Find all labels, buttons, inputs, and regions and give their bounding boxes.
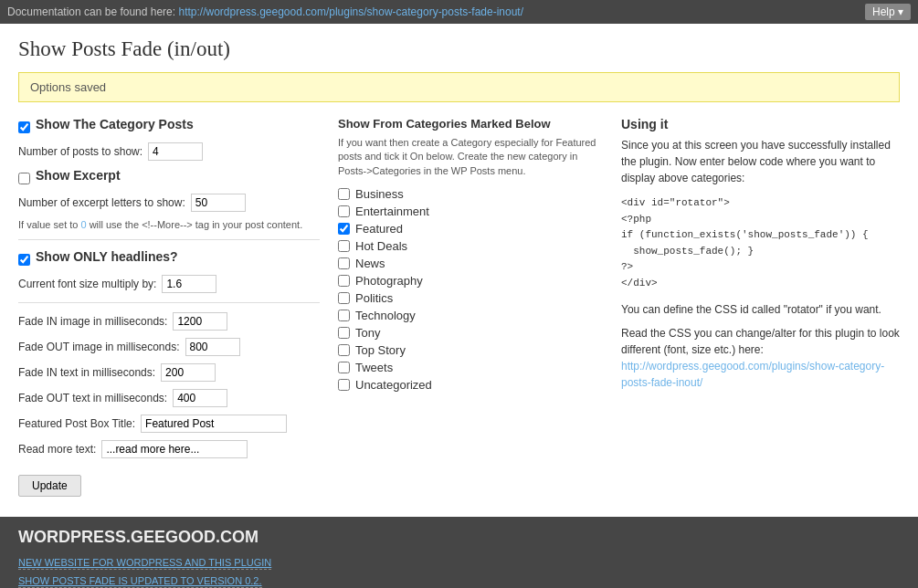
category-checkbox-photography[interactable]: [338, 275, 350, 287]
rotator-note: You can define the CSS id called "rotato…: [621, 301, 900, 318]
category-checkbox-news[interactable]: [338, 257, 350, 269]
category-label-entertainment: Entertainment: [355, 205, 429, 218]
show-only-headlines-checkbox[interactable]: [18, 254, 30, 266]
show-only-headlines-row: Show ONLY headlines?: [18, 249, 320, 269]
hint-link[interactable]: 0: [80, 219, 86, 230]
category-label-top-story: Top Story: [355, 343, 406, 357]
category-checkbox-uncategorized[interactable]: [338, 379, 350, 391]
fade-out-image-input[interactable]: [185, 338, 240, 356]
num-excerpt-input[interactable]: [191, 194, 246, 212]
category-checkbox-politics[interactable]: [338, 292, 350, 304]
category-item: Hot Deals: [338, 239, 603, 253]
divider-1: [18, 239, 320, 240]
category-item: Politics: [338, 291, 603, 305]
featured-post-box-input[interactable]: [141, 415, 287, 433]
category-label-uncategorized: Uncategorized: [355, 378, 432, 392]
show-category-posts-checkbox[interactable]: [18, 121, 30, 133]
fade-out-text-row: Fade OUT text in milliseconds:: [18, 389, 320, 407]
category-item: Featured: [338, 222, 603, 236]
categories-title: Show From Categories Marked Below: [338, 117, 603, 131]
footer-title: WORDPRESS.GEEGOOD.COM: [18, 528, 900, 547]
category-label-news: News: [355, 257, 385, 270]
footer-line-2: SHOW POSTS FADE IS UPDATED TO VERSION 0.…: [18, 572, 900, 588]
top-bar: Documentation can be found here: http://…: [0, 0, 918, 24]
footer-line-1: NEW WEBSITE FOR WORDPRESS AND THIS PLUGI…: [18, 554, 900, 572]
num-posts-row: Number of posts to show:: [18, 142, 320, 161]
using-it-title: Using it: [621, 117, 900, 131]
code-block: <div id="rotator"> <?php if (function_ex…: [621, 195, 900, 292]
category-label-business: Business: [355, 187, 404, 201]
fade-in-image-label: Fade IN image in milliseconds:: [18, 315, 167, 328]
right-column: Using it Since you at this screen you ha…: [621, 117, 900, 398]
css-link[interactable]: http://wordpress.geegood.com/plugins/sho…: [621, 360, 884, 389]
font-size-input[interactable]: [162, 275, 216, 293]
category-item: Entertainment: [338, 205, 603, 218]
category-label-photography: Photography: [355, 274, 423, 288]
fade-in-text-label: Fade IN text in milliseconds:: [18, 366, 155, 379]
category-checkbox-business[interactable]: [338, 188, 350, 200]
main-columns: Show The Category Posts Number of posts …: [18, 117, 900, 497]
category-checkbox-technology[interactable]: [338, 310, 350, 321]
fade-in-image-input[interactable]: [173, 312, 227, 331]
num-excerpt-row: Number of excerpt letters to show:: [18, 194, 320, 212]
category-item: Tony: [338, 326, 603, 340]
font-size-row: Current font size multiply by:: [18, 275, 320, 293]
read-more-label: Read more text:: [18, 443, 96, 456]
featured-post-box-row: Featured Post Box Title:: [18, 415, 320, 433]
read-more-input[interactable]: [101, 440, 248, 458]
category-checkbox-hot-deals[interactable]: [338, 240, 350, 252]
show-category-posts-label: Show The Category Posts: [36, 117, 194, 131]
help-button[interactable]: Help ▾: [865, 4, 911, 20]
category-item: Tweets: [338, 361, 603, 374]
num-excerpt-label: Number of excerpt letters to show:: [18, 196, 185, 209]
category-checkbox-entertainment[interactable]: [338, 205, 350, 217]
fade-out-image-label: Fade OUT image in milliseconds:: [18, 341, 180, 353]
footer: WORDPRESS.GEEGOOD.COM NEW WEBSITE FOR WO…: [0, 517, 918, 588]
fade-in-text-row: Fade IN text in milliseconds:: [18, 363, 320, 382]
category-item: Photography: [338, 274, 603, 288]
category-item: Technology: [338, 309, 603, 322]
category-label-politics: Politics: [355, 291, 393, 305]
read-css-text: Read the CSS you can change/alter for th…: [621, 325, 900, 391]
category-label-tweets: Tweets: [355, 361, 393, 374]
footer-link-1[interactable]: NEW WEBSITE FOR WORDPRESS AND THIS PLUGI…: [18, 557, 271, 570]
num-posts-label: Number of posts to show:: [18, 145, 142, 158]
left-column: Show The Category Posts Number of posts …: [18, 117, 320, 497]
using-it-intro: Since you at this screen you have succes…: [621, 137, 900, 186]
doc-text: Documentation can be found here: http://…: [7, 5, 523, 18]
category-label-tony: Tony: [355, 326, 380, 340]
doc-link[interactable]: http://wordpress.geegood.com/plugins/sho…: [178, 5, 523, 18]
num-posts-input[interactable]: [148, 142, 203, 161]
read-css-label: Read the CSS you can change/alter for th…: [621, 327, 900, 356]
category-checkbox-tony[interactable]: [338, 327, 350, 339]
divider-2: [18, 302, 320, 303]
doc-prefix: Documentation can be found here:: [7, 5, 178, 18]
categories-desc: If you want then create a Category espec…: [338, 136, 603, 178]
update-button[interactable]: Update: [18, 475, 81, 497]
category-checkbox-featured[interactable]: [338, 223, 350, 235]
category-label-featured: Featured: [355, 222, 403, 236]
category-item: News: [338, 257, 603, 270]
categories-list: Business Entertainment Featured Hot Deal…: [338, 187, 603, 392]
excerpt-hint: If value set to 0 will use the <!--More-…: [18, 219, 320, 230]
footer-link-2[interactable]: SHOW POSTS FADE IS UPDATED TO VERSION 0.…: [18, 575, 262, 588]
category-label-hot-deals: Hot Deals: [355, 239, 407, 253]
category-item: Top Story: [338, 343, 603, 357]
options-saved-banner: Options saved: [18, 72, 900, 102]
fade-out-image-row: Fade OUT image in milliseconds:: [18, 338, 320, 356]
category-label-technology: Technology: [355, 309, 416, 322]
featured-post-box-label: Featured Post Box Title:: [18, 417, 135, 430]
read-more-row: Read more text:: [18, 440, 320, 458]
category-item: Uncategorized: [338, 378, 603, 392]
fade-out-text-input[interactable]: [173, 389, 227, 407]
show-excerpt-label: Show Excerpt: [36, 168, 121, 183]
show-category-posts-row: Show The Category Posts: [18, 117, 320, 137]
fade-in-text-input[interactable]: [161, 363, 216, 382]
middle-column: Show From Categories Marked Below If you…: [338, 117, 603, 395]
category-checkbox-tweets[interactable]: [338, 362, 350, 373]
show-excerpt-checkbox[interactable]: [18, 173, 30, 184]
category-checkbox-top-story[interactable]: [338, 344, 350, 356]
category-item: Business: [338, 187, 603, 201]
page-title: Show Posts Fade (in/out): [18, 37, 900, 61]
fade-in-image-row: Fade IN image in milliseconds:: [18, 312, 320, 331]
